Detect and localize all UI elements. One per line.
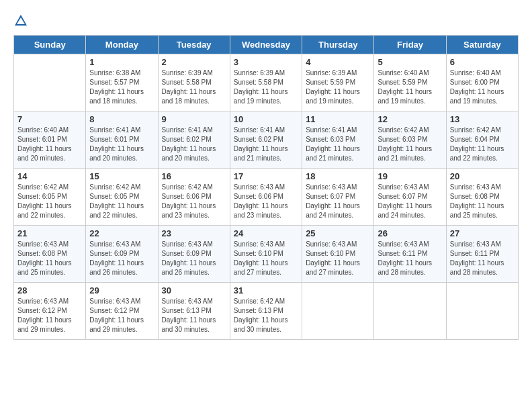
cell-info: Sunrise: 6:40 AM Sunset: 6:00 PM Dayligh… [450, 68, 515, 106]
calendar-cell [14, 54, 86, 111]
cell-info: Sunrise: 6:43 AM Sunset: 6:11 PM Dayligh… [450, 240, 515, 277]
day-number: 1 [89, 57, 154, 67]
calendar-cell: 10 Sunrise: 6:41 AM Sunset: 6:02 PM Dayl… [230, 111, 302, 169]
day-number: 13 [450, 114, 515, 124]
cell-info: Sunrise: 6:43 AM Sunset: 6:08 PM Dayligh… [17, 240, 82, 277]
cell-info: Sunrise: 6:39 AM Sunset: 5:59 PM Dayligh… [306, 68, 370, 106]
calendar-day-header: Tuesday [158, 36, 230, 54]
cell-info: Sunrise: 6:43 AM Sunset: 6:07 PM Dayligh… [306, 183, 370, 220]
calendar-day-header: Thursday [302, 36, 374, 54]
day-number: 7 [17, 114, 82, 124]
calendar-table: SundayMondayTuesdayWednesdayThursdayFrid… [13, 35, 519, 340]
day-number: 12 [378, 114, 442, 124]
day-number: 17 [234, 171, 298, 181]
day-number: 19 [378, 171, 442, 181]
calendar-cell: 3 Sunrise: 6:39 AM Sunset: 5:58 PM Dayli… [230, 54, 302, 111]
day-number: 15 [89, 171, 154, 181]
calendar-cell: 17 Sunrise: 6:43 AM Sunset: 6:06 PM Dayl… [230, 169, 302, 226]
calendar-cell [374, 283, 446, 340]
day-number: 14 [17, 171, 82, 181]
cell-info: Sunrise: 6:41 AM Sunset: 6:01 PM Dayligh… [89, 126, 154, 163]
calendar-cell: 11 Sunrise: 6:41 AM Sunset: 6:03 PM Dayl… [302, 111, 374, 169]
day-number: 11 [306, 114, 370, 124]
calendar-cell: 18 Sunrise: 6:43 AM Sunset: 6:07 PM Dayl… [302, 169, 374, 226]
day-number: 18 [306, 171, 370, 181]
day-number: 9 [162, 114, 226, 124]
calendar-cell: 20 Sunrise: 6:43 AM Sunset: 6:08 PM Dayl… [446, 169, 518, 226]
day-number: 8 [89, 114, 154, 124]
cell-info: Sunrise: 6:43 AM Sunset: 6:10 PM Dayligh… [234, 240, 298, 277]
calendar-week-row: 1 Sunrise: 6:38 AM Sunset: 5:57 PM Dayli… [14, 54, 519, 111]
calendar-cell: 2 Sunrise: 6:39 AM Sunset: 5:58 PM Dayli… [158, 54, 230, 111]
day-number: 10 [234, 114, 298, 124]
cell-info: Sunrise: 6:40 AM Sunset: 6:01 PM Dayligh… [17, 126, 82, 163]
calendar-cell: 15 Sunrise: 6:42 AM Sunset: 6:05 PM Dayl… [86, 169, 158, 226]
calendar-cell: 1 Sunrise: 6:38 AM Sunset: 5:57 PM Dayli… [86, 54, 158, 111]
logo-icon [13, 13, 28, 28]
cell-info: Sunrise: 6:43 AM Sunset: 6:08 PM Dayligh… [450, 183, 515, 220]
cell-info: Sunrise: 6:39 AM Sunset: 5:58 PM Dayligh… [234, 68, 298, 106]
cell-info: Sunrise: 6:41 AM Sunset: 6:02 PM Dayligh… [234, 126, 298, 163]
day-number: 6 [450, 57, 515, 67]
cell-info: Sunrise: 6:42 AM Sunset: 6:05 PM Dayligh… [89, 183, 154, 220]
day-number: 26 [378, 228, 442, 238]
calendar-cell: 23 Sunrise: 6:43 AM Sunset: 6:09 PM Dayl… [158, 226, 230, 283]
calendar-cell: 12 Sunrise: 6:42 AM Sunset: 6:03 PM Dayl… [374, 111, 446, 169]
calendar-cell: 7 Sunrise: 6:40 AM Sunset: 6:01 PM Dayli… [14, 111, 86, 169]
day-number: 25 [306, 228, 370, 238]
cell-info: Sunrise: 6:42 AM Sunset: 6:05 PM Dayligh… [17, 183, 82, 220]
calendar-week-row: 14 Sunrise: 6:42 AM Sunset: 6:05 PM Dayl… [14, 169, 519, 226]
calendar-cell: 4 Sunrise: 6:39 AM Sunset: 5:59 PM Dayli… [302, 54, 374, 111]
calendar-cell: 28 Sunrise: 6:43 AM Sunset: 6:12 PM Dayl… [14, 283, 86, 340]
calendar-day-header: Sunday [14, 36, 86, 54]
cell-info: Sunrise: 6:43 AM Sunset: 6:07 PM Dayligh… [378, 183, 442, 220]
day-number: 22 [89, 228, 154, 238]
calendar-cell: 19 Sunrise: 6:43 AM Sunset: 6:07 PM Dayl… [374, 169, 446, 226]
cell-info: Sunrise: 6:43 AM Sunset: 6:12 PM Dayligh… [89, 297, 154, 334]
cell-info: Sunrise: 6:43 AM Sunset: 6:13 PM Dayligh… [162, 297, 226, 334]
cell-info: Sunrise: 6:42 AM Sunset: 6:03 PM Dayligh… [378, 126, 442, 163]
day-number: 2 [162, 57, 226, 67]
calendar-day-header: Monday [86, 36, 158, 54]
cell-info: Sunrise: 6:43 AM Sunset: 6:09 PM Dayligh… [89, 240, 154, 277]
calendar-cell: 8 Sunrise: 6:41 AM Sunset: 6:01 PM Dayli… [86, 111, 158, 169]
calendar-cell: 6 Sunrise: 6:40 AM Sunset: 6:00 PM Dayli… [446, 54, 518, 111]
cell-info: Sunrise: 6:43 AM Sunset: 6:12 PM Dayligh… [17, 297, 82, 334]
calendar-cell: 31 Sunrise: 6:42 AM Sunset: 6:13 PM Dayl… [230, 283, 302, 340]
calendar-cell: 27 Sunrise: 6:43 AM Sunset: 6:11 PM Dayl… [446, 226, 518, 283]
day-number: 21 [17, 228, 82, 238]
cell-info: Sunrise: 6:41 AM Sunset: 6:02 PM Dayligh… [162, 126, 226, 163]
calendar-week-row: 7 Sunrise: 6:40 AM Sunset: 6:01 PM Dayli… [14, 111, 519, 169]
cell-info: Sunrise: 6:38 AM Sunset: 5:57 PM Dayligh… [89, 68, 154, 106]
cell-info: Sunrise: 6:42 AM Sunset: 6:06 PM Dayligh… [162, 183, 226, 220]
calendar-cell: 9 Sunrise: 6:41 AM Sunset: 6:02 PM Dayli… [158, 111, 230, 169]
cell-info: Sunrise: 6:41 AM Sunset: 6:03 PM Dayligh… [306, 126, 370, 163]
day-number: 28 [17, 285, 82, 295]
day-number: 29 [89, 285, 154, 295]
day-number: 31 [234, 285, 298, 295]
calendar-cell [302, 283, 374, 340]
calendar-cell: 30 Sunrise: 6:43 AM Sunset: 6:13 PM Dayl… [158, 283, 230, 340]
calendar-week-row: 21 Sunrise: 6:43 AM Sunset: 6:08 PM Dayl… [14, 226, 519, 283]
calendar-cell [446, 283, 518, 340]
calendar-header-row: SundayMondayTuesdayWednesdayThursdayFrid… [14, 36, 519, 54]
calendar-cell: 26 Sunrise: 6:43 AM Sunset: 6:11 PM Dayl… [374, 226, 446, 283]
page-header [13, 13, 519, 28]
cell-info: Sunrise: 6:43 AM Sunset: 6:09 PM Dayligh… [162, 240, 226, 277]
calendar-cell: 29 Sunrise: 6:43 AM Sunset: 6:12 PM Dayl… [86, 283, 158, 340]
calendar-cell: 16 Sunrise: 6:42 AM Sunset: 6:06 PM Dayl… [158, 169, 230, 226]
calendar-cell: 25 Sunrise: 6:43 AM Sunset: 6:10 PM Dayl… [302, 226, 374, 283]
cell-info: Sunrise: 6:43 AM Sunset: 6:11 PM Dayligh… [378, 240, 442, 277]
day-number: 16 [162, 171, 226, 181]
calendar-cell: 22 Sunrise: 6:43 AM Sunset: 6:09 PM Dayl… [86, 226, 158, 283]
calendar-cell: 13 Sunrise: 6:42 AM Sunset: 6:04 PM Dayl… [446, 111, 518, 169]
calendar-day-header: Wednesday [230, 36, 302, 54]
calendar-day-header: Friday [374, 36, 446, 54]
day-number: 3 [234, 57, 298, 67]
cell-info: Sunrise: 6:42 AM Sunset: 6:04 PM Dayligh… [450, 126, 515, 163]
day-number: 4 [306, 57, 370, 67]
day-number: 20 [450, 171, 515, 181]
cell-info: Sunrise: 6:40 AM Sunset: 5:59 PM Dayligh… [378, 68, 442, 106]
day-number: 24 [234, 228, 298, 238]
day-number: 27 [450, 228, 515, 238]
